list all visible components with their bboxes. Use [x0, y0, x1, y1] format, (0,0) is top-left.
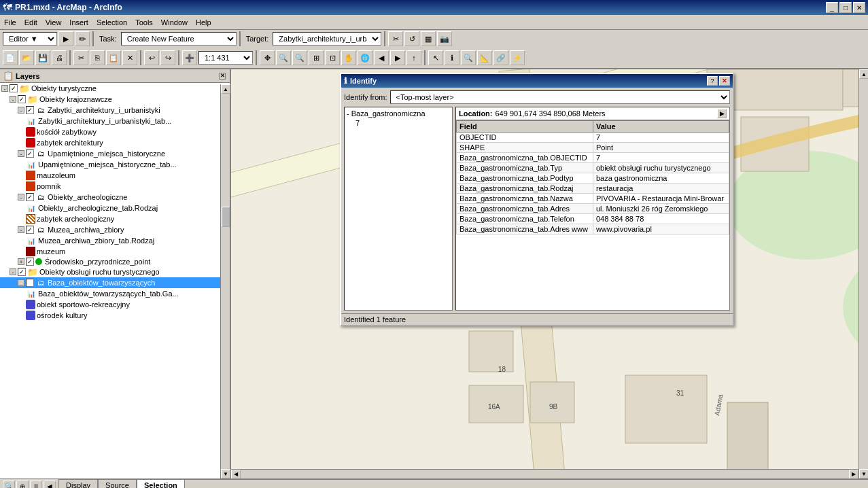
- map-scrollbar-v[interactable]: ▲ ▼: [858, 69, 868, 478]
- toc-obiekt-sport[interactable]: obiekt sportowo-rekreacyjny: [0, 299, 230, 310]
- toc-table-upamiet[interactable]: 📊 Upamiętnione_miejsca_historyczne_tab..…: [0, 159, 230, 170]
- minimize-button[interactable]: _: [826, 2, 838, 13]
- identify-tree[interactable]: - Baza_gastronomiczna 7: [344, 107, 453, 311]
- expand-icon[interactable]: -: [1, 85, 8, 92]
- checkbox[interactable]: [26, 226, 34, 234]
- arrow-tool[interactable]: ↑: [406, 50, 421, 65]
- toc-table-zabytki[interactable]: 📊 Zabytki_architektury_i_urbanistyki_tab…: [0, 116, 230, 126]
- copy-button[interactable]: ⎘: [90, 50, 105, 65]
- photo-button[interactable]: 📷: [437, 31, 452, 46]
- map-area[interactable]: 49 48 51 47 55 55 55 55 2 3 3 23 26 21 2…: [231, 69, 868, 478]
- checkbox[interactable]: [26, 106, 34, 114]
- map-scroll-left[interactable]: ◀: [231, 470, 241, 479]
- map-scroll-up[interactable]: ▲: [859, 69, 868, 79]
- menu-edit[interactable]: Edit: [20, 17, 41, 28]
- zoom-full-tool[interactable]: ⊡: [325, 50, 340, 65]
- toc-layer-muzea[interactable]: - 🗂 Muzea_archiwa_zbiory: [0, 224, 230, 235]
- pan-tool[interactable]: ✋: [341, 50, 356, 65]
- toc-zabytek-arch[interactable]: zabytek architektury: [0, 137, 230, 148]
- tab-display[interactable]: Display: [58, 479, 98, 489]
- lightning-tool[interactable]: ⚡: [510, 50, 525, 65]
- zoom-extent-tool[interactable]: ⊞: [309, 50, 324, 65]
- editor-dropdown[interactable]: Editor ▼: [3, 32, 57, 46]
- menu-file[interactable]: File: [0, 17, 20, 28]
- scale-dropdown[interactable]: 1:1 431: [198, 51, 253, 65]
- checkbox[interactable]: [18, 268, 26, 276]
- map-scroll-down[interactable]: ▼: [859, 469, 868, 478]
- scroll-down-arrow[interactable]: ▼: [221, 469, 230, 478]
- expand-icon[interactable]: -: [18, 107, 24, 114]
- scissors-button[interactable]: ✂: [388, 31, 403, 46]
- identify-from-dropdown[interactable]: <Top-most layer>: [390, 90, 730, 104]
- target-dropdown[interactable]: Zabytki_architektury_i_urbanist...: [273, 32, 381, 46]
- expand-icon[interactable]: -: [18, 150, 24, 157]
- scroll-thumb[interactable]: [222, 207, 230, 227]
- expand-icon[interactable]: +: [18, 258, 24, 265]
- zoom-in-tool[interactable]: 🔍: [276, 50, 291, 65]
- scroll-up-arrow[interactable]: ▲: [221, 84, 230, 94]
- dialog-title-buttons[interactable]: ? ✕: [707, 76, 730, 86]
- tab-source[interactable]: Source: [98, 479, 137, 489]
- menu-tools[interactable]: Tools: [131, 17, 157, 28]
- new-button[interactable]: 📄: [3, 50, 18, 65]
- expand-icon[interactable]: -: [18, 226, 24, 233]
- checkbox[interactable]: [26, 279, 34, 287]
- expand-icon[interactable]: -: [18, 194, 24, 201]
- checkbox[interactable]: [26, 150, 34, 158]
- map-scroll-right[interactable]: ▶: [849, 470, 858, 479]
- toc-table-muzea[interactable]: 📊 Muzea_archiwa_zbiory_tab.Rodzaj: [0, 235, 230, 246]
- status-pause-button[interactable]: ⏸: [30, 481, 42, 489]
- close-button[interactable]: ✕: [853, 2, 865, 13]
- globe-tool[interactable]: 🌐: [358, 50, 372, 65]
- dialog-help-button[interactable]: ?: [707, 76, 718, 86]
- status-zoom-button[interactable]: 🔍: [3, 481, 15, 489]
- expand-icon[interactable]: -: [10, 268, 16, 275]
- select-tool[interactable]: ✥: [260, 50, 275, 65]
- map-scrollbar-h[interactable]: ◀ ▶: [231, 469, 858, 478]
- paste-button[interactable]: 📋: [106, 50, 121, 65]
- pointer-tool[interactable]: ↖: [428, 50, 443, 65]
- toc-scrollbar[interactable]: ▲ ▼: [220, 84, 230, 478]
- toc-layer-srodowisko[interactable]: + Środowisko_przyrodnicze_point: [0, 257, 230, 266]
- dialog-close-button[interactable]: ✕: [719, 76, 730, 86]
- pencil-button[interactable]: ✏: [75, 31, 90, 46]
- open-button[interactable]: 📂: [19, 50, 34, 65]
- add-button[interactable]: ➕: [182, 50, 197, 65]
- measure-tool[interactable]: 📐: [477, 50, 492, 65]
- zoom-out-tool[interactable]: 🔍: [292, 50, 307, 65]
- toc-muzeum[interactable]: muzeum: [0, 246, 230, 257]
- toc-group-krajoznawcze[interactable]: - 📁 Obiekty krajoznawcze: [0, 94, 230, 105]
- toc-layer-baza-selected[interactable]: - 🗂 Baza_obiektów_towarzyszących: [0, 277, 230, 288]
- undo-button[interactable]: ↩: [144, 50, 159, 65]
- maximize-button[interactable]: □: [839, 2, 852, 13]
- checkbox[interactable]: [26, 193, 34, 201]
- toc-mauzoleum[interactable]: mauzoleum: [0, 170, 230, 181]
- expand-icon[interactable]: -: [10, 96, 16, 103]
- delete-button[interactable]: ✕: [122, 50, 137, 65]
- find-tool[interactable]: 🔍: [461, 50, 476, 65]
- redo-button[interactable]: ↪: [160, 50, 175, 65]
- toc-layer-upamiet[interactable]: - 🗂 Upamiętnione_miejsca_historyczne: [0, 148, 230, 159]
- menu-help[interactable]: Help: [192, 17, 215, 28]
- toc-close-btn[interactable]: ✕: [219, 73, 226, 80]
- toc-osrodek[interactable]: ośrodek kultury: [0, 310, 230, 321]
- tree-expand[interactable]: -: [347, 109, 349, 118]
- menu-selection[interactable]: Selection: [92, 17, 131, 28]
- task-dropdown[interactable]: Create New Feature: [121, 32, 237, 46]
- play-button[interactable]: ▶: [58, 31, 73, 46]
- tab-selection[interactable]: Selection: [137, 479, 185, 489]
- refresh-button[interactable]: ↺: [404, 31, 419, 46]
- cut-button[interactable]: ✂: [73, 50, 88, 65]
- checkbox[interactable]: [18, 95, 26, 103]
- menu-window[interactable]: Window: [157, 17, 192, 28]
- checkbox[interactable]: [10, 84, 18, 92]
- save-button[interactable]: 💾: [35, 50, 50, 65]
- identify-tree-item[interactable]: - Baza_gastronomiczna: [346, 109, 451, 118]
- identify-tree-subitem[interactable]: 7: [346, 118, 451, 128]
- info-tool[interactable]: ℹ: [445, 50, 459, 65]
- status-recenter-button[interactable]: ⊕: [16, 481, 29, 489]
- back-tool[interactable]: ◀: [374, 50, 389, 65]
- toc-layer-zabytki-arch[interactable]: - 🗂 Zabytki_architektury_i_urbanistyki: [0, 105, 230, 116]
- menu-view[interactable]: View: [41, 17, 66, 28]
- location-scroll-btn[interactable]: ▶: [717, 109, 727, 118]
